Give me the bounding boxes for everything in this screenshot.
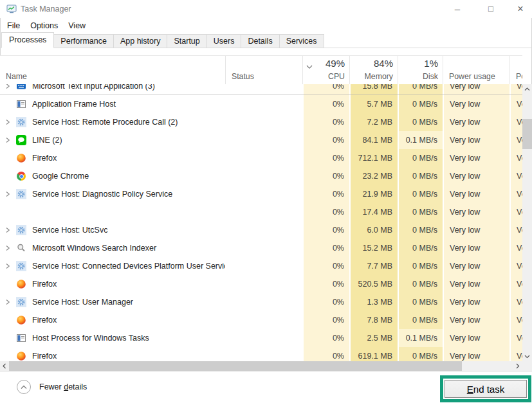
power-trend-value-cell: Ve — [509, 113, 522, 131]
power-usage-value-cell: Very low — [443, 95, 509, 113]
expand-spacer — [5, 100, 14, 109]
process-name: Firefox — [32, 149, 57, 167]
disk-value-cell: 0.1 MB/s — [398, 131, 443, 149]
process-row[interactable]: LINE (2)0%84.1 MB0.1 MB/sVery lowVe — [0, 131, 522, 149]
maximize-button[interactable]: □ — [476, 0, 506, 18]
expand-chevron-icon[interactable] — [5, 298, 14, 307]
tab-users[interactable]: Users — [206, 34, 242, 48]
process-name-cell: LINE (2) — [0, 131, 225, 149]
tab-startup[interactable]: Startup — [167, 34, 206, 48]
column-header-memory[interactable]: 84% Memory — [349, 56, 398, 84]
close-button[interactable]: × — [506, 0, 532, 18]
end-task-button[interactable]: End task — [445, 380, 527, 398]
power-usage-value-cell: Very low — [443, 84, 509, 95]
process-row[interactable]: Firefox0%520.5 MB0 MB/sVery lowVe — [0, 275, 522, 293]
column-header-cpu[interactable]: 49% CPU — [302, 56, 349, 84]
expand-chevron-icon[interactable] — [5, 190, 14, 199]
process-row[interactable]: Host Process for Windows Tasks0%2.5 MB0.… — [0, 329, 522, 347]
tab-performance[interactable]: Performance — [53, 34, 114, 48]
process-row[interactable]: Service Host: Remote Procedure Call (2)0… — [0, 113, 522, 131]
menu-item-options[interactable]: Options — [25, 18, 63, 33]
process-name: Firefox — [32, 275, 57, 293]
menu-item-file[interactable]: File — [2, 18, 25, 33]
process-row[interactable]: Service Host: UtcSvc0%6.0 MB0 MB/sVery l… — [0, 221, 522, 239]
process-name: Google Chrome — [32, 167, 89, 185]
column-header-disk[interactable]: 1% Disk — [398, 56, 443, 84]
disk-value-cell: 0.1 MB/s — [398, 329, 443, 347]
process-row[interactable]: Firefox0%619.1 MB0 MB/sVery lowVe — [0, 347, 522, 361]
fewer-details-label: Fewer details — [39, 382, 87, 391]
process-name: Service Host: User Manager — [32, 293, 133, 311]
process-row[interactable]: Service Host: Connected Devices Platform… — [0, 257, 522, 275]
process-name: Service Host: Connected Devices Platform… — [32, 257, 225, 275]
power-trend-value-cell: Ve — [509, 221, 522, 239]
process-name-cell: Firefox — [0, 311, 225, 329]
cpu-value-cell: 0% — [302, 221, 349, 239]
minimize-button[interactable]: – — [443, 0, 472, 18]
process-name-cell: Service Host: Diagnostic Policy Service — [0, 185, 225, 203]
expand-chevron-icon[interactable] — [5, 244, 14, 253]
tab-services[interactable]: Services — [279, 34, 324, 48]
cpu-value-cell: 0% — [302, 167, 349, 185]
process-row[interactable]: 0%17.4 MB0 MB/sVery lowVe — [0, 203, 522, 221]
expand-spacer — [5, 154, 14, 163]
horizontal-scrollbar[interactable] — [0, 361, 522, 371]
row-separator — [0, 94, 522, 95]
expand-chevron-icon[interactable] — [5, 118, 14, 127]
power-trend-value-cell: Ve — [509, 185, 522, 203]
power-trend-value-cell: Ve — [509, 239, 522, 257]
disk-value-cell: 0 MB/s — [398, 113, 443, 131]
vertical-scrollbar-thumb[interactable] — [522, 119, 532, 149]
memory-total-percent: 84% — [374, 58, 393, 69]
scroll-right-icon[interactable] — [513, 361, 522, 371]
expand-chevron-icon[interactable] — [5, 226, 14, 235]
tab-processes[interactable]: Processes — [1, 32, 54, 48]
process-row[interactable]: Microsoft Text Input Application (3)0%15… — [0, 84, 522, 95]
chrome-icon — [16, 171, 26, 181]
process-name: LINE (2) — [32, 131, 62, 149]
fewer-details-toggle[interactable]: Fewer details — [17, 380, 87, 394]
power-trend-value-cell: Ve — [509, 167, 522, 185]
memory-column-label: Memory — [365, 72, 393, 81]
process-row[interactable]: Firefox0%712.1 MB0 MB/sVery lowVe — [0, 149, 522, 167]
memory-value-cell: 712.1 MB — [349, 149, 398, 167]
tab-details[interactable]: Details — [241, 34, 279, 48]
cpu-value-cell: 0% — [302, 347, 349, 361]
gear-icon — [16, 261, 26, 271]
column-header-power-usage[interactable]: Power usage — [443, 56, 509, 84]
process-row[interactable]: Firefox0%7.8 MB0 MB/sVery lowVe — [0, 311, 522, 329]
expand-spacer — [5, 208, 14, 217]
process-row[interactable]: Application Frame Host0%5.7 MB0 MB/sVery… — [0, 95, 522, 113]
column-header-status[interactable]: Status — [225, 56, 302, 84]
process-row[interactable]: Microsoft Windows Search Indexer0%15.2 M… — [0, 239, 522, 257]
power-usage-value-cell: Very low — [443, 149, 509, 167]
column-header-power-trend[interactable]: Powe — [509, 56, 522, 84]
vertical-scrollbar[interactable] — [522, 84, 532, 361]
expand-chevron-icon[interactable] — [5, 136, 14, 145]
process-name-cell: Application Frame Host — [0, 95, 225, 113]
process-name: Microsoft Text Input Application (3) — [32, 84, 155, 95]
horizontal-scrollbar-thumb[interactable] — [9, 361, 462, 371]
scroll-left-icon[interactable] — [0, 361, 9, 371]
scroll-up-icon[interactable] — [522, 84, 532, 94]
tab-app-history[interactable]: App history — [113, 34, 168, 48]
disk-value-cell: 0 MB/s — [398, 203, 443, 221]
process-name-cell: Service Host: User Manager — [0, 293, 225, 311]
tab-list: ProcessesPerformanceApp historyStartupUs… — [1, 32, 324, 48]
process-row[interactable]: Service Host: Diagnostic Policy Service0… — [0, 185, 522, 203]
expand-spacer — [5, 172, 14, 181]
process-row[interactable]: Service Host: User Manager0%1.3 MB0 MB/s… — [0, 293, 522, 311]
expand-chevron-icon[interactable] — [5, 84, 14, 91]
cpu-value-cell: 0% — [302, 203, 349, 221]
expand-chevron-icon[interactable] — [5, 262, 14, 271]
power-usage-value-cell: Very low — [443, 239, 509, 257]
process-row[interactable]: Google Chrome0%23.2 MB0 MB/sVery lowVe — [0, 167, 522, 185]
power-trend-value-cell: Ve — [509, 95, 522, 113]
column-header-name[interactable]: Name — [0, 56, 225, 84]
menu-item-view[interactable]: View — [63, 18, 91, 33]
memory-value-cell: 520.5 MB — [349, 275, 398, 293]
status-cell — [225, 113, 302, 131]
scroll-down-icon[interactable] — [522, 352, 532, 361]
line-icon — [16, 135, 26, 145]
search-icon — [16, 243, 26, 253]
